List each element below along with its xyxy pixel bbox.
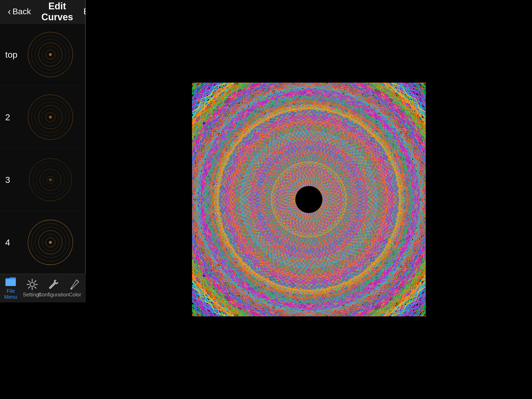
curve-preview-top: // Generated inline by script below xyxy=(24,29,76,81)
toolbar-color[interactable]: Color xyxy=(66,279,84,298)
curve-label-2: 2 xyxy=(5,112,21,122)
curve-preview-2 xyxy=(24,91,76,143)
folder-icon xyxy=(5,277,16,287)
header-bar: ‹ Back Edit Curves Edit xyxy=(0,0,86,23)
brush-icon xyxy=(69,279,81,290)
back-chevron-icon: ‹ xyxy=(8,6,11,17)
curve-item-top[interactable]: top // Generated inline by script below xyxy=(0,23,85,86)
gear-icon xyxy=(26,279,38,290)
bottom-toolbar: File Menu Settings xyxy=(0,274,86,302)
page-title: Edit Curves xyxy=(41,1,73,23)
svg-point-28 xyxy=(30,282,34,287)
curves-list: top // Generated inline by script below xyxy=(0,23,86,274)
back-label: Back xyxy=(12,7,31,16)
svg-point-37 xyxy=(70,288,72,290)
svg-line-35 xyxy=(35,281,36,282)
curve-label-4: 4 xyxy=(5,237,21,248)
toolbar-configuration-label: Configuration xyxy=(38,292,69,298)
curve-preview-3 xyxy=(24,154,76,206)
wrench-icon xyxy=(48,279,59,290)
toolbar-file-menu[interactable]: File Menu xyxy=(2,277,20,300)
curve-label-3: 3 xyxy=(5,175,21,185)
curve-item-3[interactable]: 3 xyxy=(0,149,85,211)
toolbar-configuration[interactable]: Configuration xyxy=(44,279,63,298)
svg-line-34 xyxy=(35,287,36,288)
toolbar-file-menu-label: File Menu xyxy=(2,288,20,300)
curve-preview-4 xyxy=(24,216,76,268)
svg-line-36 xyxy=(28,287,30,288)
svg-point-14 xyxy=(49,178,52,181)
curve-item-2[interactable]: 2 xyxy=(0,86,85,149)
back-button[interactable]: ‹ Back xyxy=(8,6,31,17)
svg-line-33 xyxy=(28,281,30,282)
svg-point-21 xyxy=(49,241,52,244)
curve-item-4[interactable]: 4 xyxy=(0,211,85,274)
curve-label-top: top xyxy=(5,50,21,60)
toolbar-color-label: Color xyxy=(69,292,81,298)
spirograph-canvas xyxy=(192,83,426,316)
svg-point-0 xyxy=(49,53,52,56)
svg-point-7 xyxy=(49,116,52,119)
canvas-area xyxy=(86,0,532,399)
